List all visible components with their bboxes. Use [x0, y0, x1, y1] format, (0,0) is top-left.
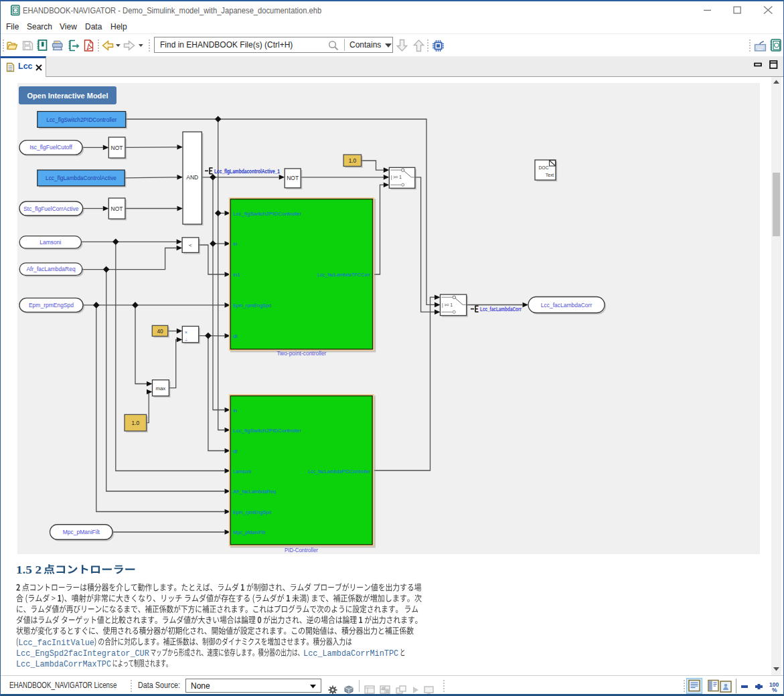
svg-text:| >= 1: | >= 1 — [391, 175, 402, 180]
svg-text:40: 40 — [157, 328, 163, 335]
svg-text:Lcc_facLambdaTPCCorr: Lcc_facLambdaTPCCorr — [317, 272, 370, 278]
svg-text:1.0: 1.0 — [349, 157, 357, 164]
svg-text:Lcc_flgSwitch2PIDController: Lcc_flgSwitch2PIDController — [233, 428, 301, 434]
svg-text:Isc_flgFuelCutoff: Isc_flgFuelCutoff — [29, 144, 72, 151]
svg-text:dt: dt — [233, 333, 238, 339]
svg-text:Afr_facLambdaReq: Afr_facLambdaReq — [26, 266, 76, 272]
svg-text:Lcc_EngSpd2facIntegrator_CUR: Lcc_EngSpd2facIntegrator_CUR — [16, 648, 149, 659]
svg-text:Lamsoni: Lamsoni — [233, 468, 251, 474]
svg-text:NOT: NOT — [111, 145, 123, 151]
svg-text:Lcc_facInitValue: Lcc_facInitValue — [18, 638, 94, 648]
svg-text:Mpc_pManiFilt: Mpc_pManiFilt — [233, 529, 266, 535]
svg-text:<: < — [189, 242, 192, 248]
svg-text:Two-point-controller: Two-point-controller — [277, 350, 326, 357]
svg-text:dt: dt — [233, 448, 238, 454]
svg-text:÷: ÷ — [185, 337, 187, 343]
svg-text:max: max — [156, 385, 166, 392]
svg-text:Lcc_facLambdaPIDController: Lcc_facLambdaPIDController — [308, 468, 370, 474]
svg-text:1.0: 1.0 — [132, 420, 140, 426]
svg-text:in: in — [233, 241, 237, 247]
svg-text:Afr_facLambdaReq: Afr_facLambdaReq — [233, 489, 276, 495]
svg-text:Lcc_facLambdaCorr: Lcc_facLambdaCorr — [541, 302, 593, 309]
svg-text:Epm_rpmEngSpd: Epm_rpmEngSpd — [29, 302, 74, 309]
svg-text:Lcc_facLambdaCorr: Lcc_facLambdaCorr — [480, 307, 522, 313]
svg-text:AND: AND — [186, 174, 198, 181]
svg-text:| >= 1: | >= 1 — [442, 302, 453, 308]
svg-text:Lcc_flgLambdacontrolActive_1: Lcc_flgLambdacontrolActive_1 — [214, 169, 280, 175]
svg-text:%: % — [772, 687, 777, 692]
svg-text:NOT: NOT — [287, 175, 299, 181]
svg-text:Lcc_flgLambdaControlActive: Lcc_flgLambdaControlActive — [46, 175, 116, 181]
svg-text:Lcc_LambdaCorrMaxTPC: Lcc_LambdaCorrMaxTPC — [16, 659, 111, 669]
svg-text:in1: in1 — [233, 272, 240, 278]
svg-text:Open Interactive Model: Open Interactive Model — [27, 92, 108, 100]
svg-text:Stc_flgFuelCorrActive: Stc_flgFuelCorrActive — [23, 205, 78, 212]
svg-text:Epm_rpmEngSpd: Epm_rpmEngSpd — [233, 509, 271, 515]
svg-text:Epm_rpmEngSpd: Epm_rpmEngSpd — [233, 302, 271, 309]
svg-text:Lcc_LambdaCorrMinTPC: Lcc_LambdaCorrMinTPC — [303, 648, 398, 659]
svg-text:Mpc_pManiFilt: Mpc_pManiFilt — [63, 529, 100, 535]
svg-text:in: in — [233, 408, 237, 414]
svg-text:×: × — [185, 329, 187, 335]
svg-text:1.5 2: 1.5 2 — [16, 563, 42, 576]
svg-text:DOC: DOC — [538, 165, 548, 170]
svg-text:Lamsoni: Lamsoni — [40, 239, 61, 246]
svg-text:NOT: NOT — [111, 205, 123, 212]
svg-text:Lcc_flgSwitch2PIDController: Lcc_flgSwitch2PIDController — [46, 116, 116, 123]
svg-text:PID-Controller: PID-Controller — [285, 547, 318, 553]
svg-text:Text: Text — [546, 173, 554, 177]
svg-text:Lcc_flgSwitch2PIDController: Lcc_flgSwitch2PIDController — [233, 211, 301, 217]
